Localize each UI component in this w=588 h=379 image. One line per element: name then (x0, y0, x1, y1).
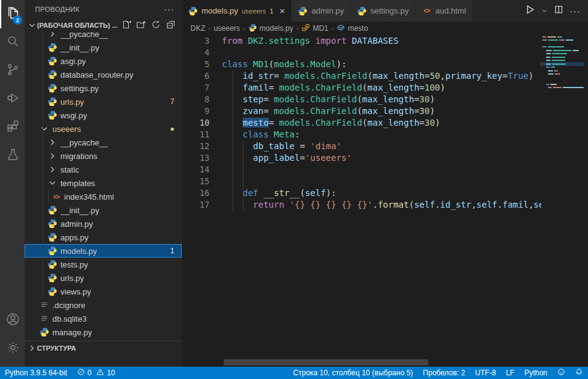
status-feedback[interactable] (552, 367, 570, 379)
tree-item-__pycache__[interactable]: __pycache__ (25, 32, 182, 41)
line-number: 9 (182, 105, 210, 117)
tree-item-label: tests.py (60, 260, 88, 269)
tab-label: admin.py (311, 6, 344, 15)
run-dropdown-icon[interactable] (541, 6, 548, 17)
tree-item-tests.py[interactable]: tests.py (25, 258, 182, 271)
tree-item-apps.py[interactable]: apps.py (25, 230, 182, 244)
tree-item-__init__.py[interactable]: __init__.py (25, 41, 182, 54)
breadcrumb-label: MD1 (312, 24, 328, 33)
class-icon (301, 23, 310, 34)
activity-item-run-debug[interactable] (0, 85, 25, 113)
breadcrumb: DKZ›useeers›models.py›MD1›mesto (182, 22, 588, 35)
status-problems[interactable]: 010 (72, 367, 120, 379)
tree-item-models.py[interactable]: models.py1 (25, 244, 182, 258)
split-editor-icon[interactable] (554, 5, 563, 17)
activity-item-settings-gear[interactable] (0, 335, 25, 363)
breadcrumb-item-DKZ[interactable]: DKZ (190, 24, 205, 33)
code-line-7[interactable]: 7 famil= models.CharField(max_length=100… (182, 82, 588, 94)
tree-item-urls.py[interactable]: urls.py (25, 271, 182, 285)
status-python-interpreter[interactable]: Python 3.9.5 64-bit (0, 367, 72, 379)
tree-item-db.sqlite3[interactable]: db.sqlite3 (25, 312, 182, 325)
code-line-9[interactable]: 9 zvan= models.CharField(max_length=30) (182, 105, 588, 117)
feedback-icon (557, 368, 565, 378)
tree-item-migrations[interactable]: migrations (25, 149, 182, 163)
tree-item-views.py[interactable]: views.py (25, 285, 182, 298)
status-eol[interactable]: LF (501, 367, 520, 379)
tab-admin.py[interactable]: admin.py (292, 0, 351, 22)
minimap-line (541, 86, 582, 90)
status-indentation[interactable]: Пробелов: 2 (418, 367, 470, 379)
code-line-11[interactable]: 11 class Meta: (182, 129, 588, 141)
tree-item-label: asgi.py (60, 57, 86, 66)
tree-item-static[interactable]: static (25, 163, 182, 176)
run-debug-icon (6, 91, 20, 108)
explorer-more-actions-icon[interactable]: ··· (164, 4, 174, 14)
python-icon (248, 23, 257, 34)
breadcrumb-item-models.py[interactable]: models.py (248, 23, 293, 34)
code-line-4[interactable]: 4 (182, 47, 588, 59)
tree-item-useeers[interactable]: useeers● (25, 122, 182, 136)
chevron-right-icon (27, 343, 37, 353)
status-language-mode[interactable]: Python (520, 367, 552, 379)
tab-badge: 1 (269, 7, 273, 15)
tree-item-label: index345.html (64, 192, 114, 202)
new-folder-icon[interactable] (136, 20, 146, 31)
tree-item-database_roouter.py[interactable]: database_roouter.py (25, 68, 182, 81)
tree-item-settings.py[interactable]: settings.py (25, 81, 182, 95)
tab-models.py[interactable]: models.pyuseeers1× (182, 0, 292, 22)
python-file-icon (47, 43, 57, 52)
activity-item-accounts[interactable] (0, 306, 25, 335)
line-number: 4 (182, 47, 210, 59)
tree-item-urls.py[interactable]: urls.py7 (25, 95, 182, 108)
minimap[interactable] (541, 35, 582, 112)
refresh-icon[interactable] (151, 20, 161, 31)
code-line-5[interactable]: 5class MD1(models.Model): (182, 59, 588, 70)
chevron-collapsed-icon (47, 151, 57, 161)
status-encoding[interactable]: UTF-8 (470, 367, 501, 379)
explorer-header: ПРОВОДНИК ··· (25, 0, 182, 18)
run-button[interactable] (525, 4, 535, 17)
activity-item-explorer[interactable]: 2 (0, 0, 25, 28)
activity-item-extensions[interactable] (0, 113, 25, 142)
activity-bar-bottom (0, 306, 25, 367)
activity-item-testing[interactable] (0, 142, 25, 170)
status-notifications[interactable] (570, 367, 588, 379)
breadcrumb-item-mesto[interactable]: mesto (337, 23, 368, 34)
tree-item-templates[interactable]: templates (25, 176, 182, 190)
tree-item-admin.py[interactable]: admin.py (25, 217, 182, 230)
breadcrumb-item-useeers[interactable]: useeers (214, 24, 240, 33)
new-file-icon[interactable] (121, 20, 131, 31)
workspace-section-header[interactable]: (РАБОЧАЯ ОБЛАСТЬ) ... (25, 18, 182, 32)
code-line-3[interactable]: 3from DKZ.settings import DATABASES (182, 35, 588, 47)
code-line-10[interactable]: 10 mesto= models.CharField(max_length=30… (182, 117, 588, 129)
code-editor[interactable]: 3from DKZ.settings import DATABASES45cla… (182, 35, 588, 367)
tree-item-manage.py[interactable]: manage.py (25, 325, 182, 339)
tree-item-wsgi.py[interactable]: wsgi.py (25, 108, 182, 122)
tab-bar: models.pyuseeers1×admin.pysettings.py<>a… (182, 0, 588, 22)
tree-item-__pycache__[interactable]: __pycache__ (25, 136, 182, 149)
tree-item-asgi.py[interactable]: asgi.py (25, 54, 182, 68)
tab-label: settings.py (370, 6, 409, 15)
tree-item-label: urls.py (60, 97, 84, 107)
status-cursor-position[interactable]: Строка 10, столбец 10 (выбрано 5) (288, 367, 418, 379)
horizontal-scrollbar[interactable] (224, 359, 428, 365)
tree-item-label: db.sqlite3 (52, 314, 87, 324)
selected-text: mesto (243, 118, 269, 128)
breadcrumb-item-MD1[interactable]: MD1 (301, 23, 328, 34)
more-actions-icon[interactable]: ··· (570, 6, 581, 16)
python-file-icon (47, 56, 57, 66)
close-icon[interactable]: × (280, 6, 285, 15)
collapse-all-icon[interactable] (166, 20, 176, 31)
tree-item-label: static (60, 165, 79, 174)
tree-item-__init__.py[interactable]: __init__.py (25, 203, 182, 217)
code-line-8[interactable]: 8 step= models.CharField(max_length=30) (182, 94, 588, 105)
outline-section-header[interactable]: СТРУКТУРА (25, 341, 182, 354)
python-icon (188, 6, 198, 16)
activity-item-search[interactable] (0, 28, 25, 57)
tab-aud.html[interactable]: <>aud.html (415, 0, 473, 22)
tree-item-.dcignore[interactable]: .dcignore (25, 298, 182, 312)
code-line-6[interactable]: 6 id_str= models.CharField(max_length=50… (182, 70, 588, 82)
tab-settings.py[interactable]: settings.py (351, 0, 415, 22)
line-text: app_label='useeers' (222, 152, 541, 164)
activity-item-source-control[interactable] (0, 57, 25, 85)
